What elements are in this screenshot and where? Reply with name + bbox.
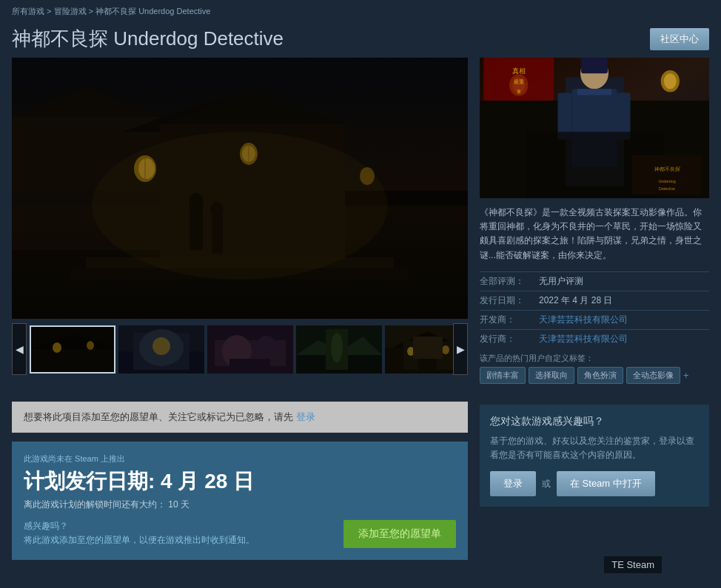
thumb-next-button[interactable]: ▶ [453, 323, 468, 375]
thumbnail-3[interactable] [207, 325, 293, 374]
review-row: 全部评测： 无用户评测 [480, 271, 709, 288]
tag-3[interactable]: 角色扮演 [577, 367, 623, 384]
developer-row: 开发商： 天津芸芸科技有限公司 [480, 310, 709, 326]
developer-label: 开发商： [480, 314, 539, 326]
cover-image: 真相 最重 要 [480, 58, 709, 198]
publisher-row: 发行商： 天津芸芸科技有限公司 [480, 329, 709, 345]
thumbnails-container: ▶ [27, 325, 453, 374]
svg-rect-34 [118, 325, 204, 374]
thumb-prev-button[interactable]: ◀ [12, 323, 27, 375]
unlock-countdown: 离此游戏计划的解锁时间还有大约： 10 天 [24, 499, 456, 511]
svg-rect-56 [385, 325, 453, 374]
release-label: 发行日期： [480, 294, 539, 307]
left-column: ◀ ▶ [12, 58, 468, 384]
login-notice-text: 想要将此项目添加至您的愿望单、关注它或标记为已忽略，请先 [24, 411, 293, 422]
thumbnail-4[interactable] [296, 325, 382, 374]
review-value: 无用户评测 [539, 275, 583, 288]
svg-rect-84 [480, 58, 709, 198]
interest-box: 您对这款游戏感兴趣吗？ 基于您的游戏、好友以及您关注的鉴赏家，登录以查看您是否有… [480, 405, 709, 507]
tag-2[interactable]: 选择取向 [529, 367, 574, 384]
tag-more[interactable]: + [683, 370, 689, 381]
release-row: 发行日期： 2022 年 4 月 28 日 [480, 291, 709, 307]
breadcrumb-sep2: > [89, 7, 95, 16]
add-to-wishlist-button[interactable]: 添加至您的愿望单 [343, 520, 456, 548]
release-date: 2022 年 4 月 28 日 [539, 294, 612, 307]
publisher-link[interactable]: 天津芸芸科技有限公司 [539, 334, 628, 344]
developer-link[interactable]: 天津芸芸科技有限公司 [539, 314, 628, 325]
login-notice: 想要将此项目添加至您的愿望单、关注它或标记为已忽略，请先 登录 [12, 402, 468, 433]
main-content: ◀ ▶ [0, 58, 721, 396]
publisher-value: 天津芸芸科技有限公司 [539, 333, 628, 345]
bottom-section: 想要将此项目添加至您的愿望单、关注它或标记为已忽略，请先 登录 此游戏尚未在 S… [0, 396, 721, 560]
svg-rect-47 [296, 325, 382, 374]
svg-point-22 [92, 132, 388, 280]
video-frame [12, 58, 468, 319]
tags-section: 该产品的热门用户自定义标签： 剧情丰富 选择取向 角色扮演 全动态影像 + [480, 353, 709, 384]
thumbnail-5[interactable] [385, 325, 453, 374]
tags-list: 剧情丰富 选择取向 角色扮演 全动态影像 + [480, 367, 709, 384]
breadcrumb-adventure[interactable]: 冒险游戏 [54, 7, 87, 16]
interest-desc: 将此游戏添加至您的愿望单，以便在游戏推出时收到通知。 [24, 534, 255, 547]
video-area[interactable] [12, 58, 468, 319]
not-released-box: 此游戏尚未在 Steam 上推出 计划发行日期: 4 月 28 日 离此游戏计划… [12, 442, 468, 560]
breadcrumb: 所有游戏 > 冒险游戏 > 神都不良探 Underdog Detective [0, 0, 721, 23]
or-separator: 或 [542, 478, 551, 490]
countdown-value: 10 天 [168, 499, 190, 510]
interest-label: 感兴趣吗？ [24, 520, 255, 533]
info-table: 全部评测： 无用户评测 发行日期： 2022 年 4 月 28 日 开发商： 天… [480, 271, 709, 345]
bottom-right: 您对这款游戏感兴趣吗？ 基于您的游戏、好友以及您关注的鉴赏家，登录以查看您是否有… [480, 396, 709, 560]
breadcrumb-sep1: > [47, 7, 53, 16]
thumbnail-1[interactable]: ▶ [30, 325, 115, 374]
review-label: 全部评测： [480, 275, 539, 288]
not-released-label: 此游戏尚未在 Steam 上推出 [24, 453, 456, 464]
right-column: 真相 最重 要 [480, 58, 709, 384]
publisher-label: 发行商： [480, 333, 539, 345]
interest-description: 基于您的游戏、好友以及您关注的鉴赏家，登录以查看您是否有可能喜欢这个内容的原因。 [490, 434, 699, 462]
game-description: 《神都不良探》是一款全视频古装探案互动影像作品。你将重回神都，化身为不良井的一个… [480, 206, 709, 263]
interest-actions: 登录 或 在 Steam 中打开 [490, 471, 699, 496]
te-steam-watermark: TE Steam [604, 556, 662, 573]
tag-1[interactable]: 剧情丰富 [480, 367, 526, 384]
svg-rect-28 [31, 327, 115, 374]
countdown-label: 离此游戏计划的解锁时间还有大约： [24, 499, 166, 510]
developer-value: 天津芸芸科技有限公司 [539, 314, 628, 326]
thumbnail-2[interactable] [118, 325, 204, 374]
tag-4[interactable]: 全动态影像 [626, 367, 680, 384]
bottom-left: 想要将此项目添加至您的愿望单、关注它或标记为已忽略，请先 登录 此游戏尚未在 S… [12, 396, 468, 560]
svg-rect-40 [207, 325, 293, 374]
page-header: 神都不良探 Underdog Detective 社区中心 [0, 23, 721, 58]
wishlist-area: 感兴趣吗？ 将此游戏添加至您的愿望单，以便在游戏推出时收到通知。 添加至您的愿望… [24, 520, 456, 548]
open-in-steam-button[interactable]: 在 Steam 中打开 [557, 471, 655, 496]
community-center-button[interactable]: 社区中心 [650, 28, 709, 50]
thumbnail-strip: ◀ ▶ [12, 319, 468, 379]
login-link[interactable]: 登录 [296, 411, 315, 422]
wishlist-description: 感兴趣吗？ 将此游戏添加至您的愿望单，以便在游戏推出时收到通知。 [24, 520, 255, 548]
planned-date: 计划发行日期: 4 月 28 日 [24, 467, 456, 496]
interest-title: 您对这款游戏感兴趣吗？ [490, 415, 699, 428]
tags-label: 该产品的热门用户自定义标签： [480, 353, 709, 364]
login-button[interactable]: 登录 [490, 471, 536, 496]
page-title: 神都不良探 Underdog Detective [12, 26, 284, 52]
breadcrumb-all-games[interactable]: 所有游戏 [12, 7, 44, 16]
breadcrumb-current: 神都不良探 Underdog Detective [95, 7, 210, 16]
